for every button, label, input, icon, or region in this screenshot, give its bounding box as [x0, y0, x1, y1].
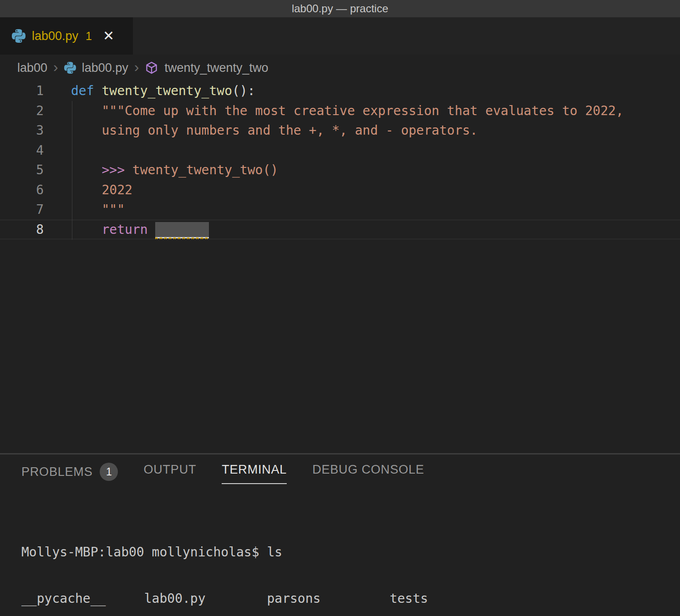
bottom-panel: PROBLEMS 1 OUTPUT TERMINAL DEBUG CONSOLE…	[0, 454, 680, 615]
problems-count-badge: 1	[100, 463, 118, 481]
tab-problems[interactable]: PROBLEMS 1	[21, 463, 118, 488]
breadcrumb-symbol[interactable]: twenty_twenty_two	[164, 61, 268, 75]
code-text: """	[48, 200, 125, 220]
terminal-line: Mollys-MBP:lab00 mollynicholas$ ls	[21, 545, 680, 560]
line-number[interactable]: 8	[0, 220, 48, 239]
editor-lines: 1def twenty_twenty_two():2 """Come up wi…	[0, 81, 680, 239]
editor-tab-strip: lab00.py 1 ✕	[0, 17, 680, 55]
line-number[interactable]: 5	[0, 160, 48, 180]
code-line-4[interactable]: 4	[0, 141, 680, 161]
code-line-5[interactable]: 5 >>> twenty_twenty_two()	[0, 160, 680, 180]
tab-terminal[interactable]: TERMINAL	[222, 463, 287, 484]
code-line-6[interactable]: 6 2022	[0, 180, 680, 200]
breadcrumb-folder[interactable]: lab00	[17, 61, 47, 75]
terminal-line: __pycache__ lab00.py parsons tests	[21, 591, 680, 606]
python-icon	[64, 62, 76, 74]
indent-guide	[72, 101, 72, 240]
code-line-3[interactable]: 3 using only numbers and the +, *, and -…	[0, 121, 680, 141]
code-text	[48, 141, 71, 161]
tab-debug-console-label: DEBUG CONSOLE	[312, 463, 424, 477]
python-icon	[12, 29, 25, 43]
panel-tab-bar: PROBLEMS 1 OUTPUT TERMINAL DEBUG CONSOLE	[0, 454, 680, 488]
tab-problems-label: PROBLEMS	[21, 465, 92, 479]
code-text: def twenty_twenty_two():	[48, 81, 255, 101]
chevron-right-icon: ›	[53, 60, 58, 76]
code-text: >>> twenty_twenty_two()	[48, 160, 278, 180]
line-number[interactable]: 1	[0, 81, 48, 101]
symbol-namespace-icon	[145, 61, 158, 75]
code-line-8[interactable]: 8 return	[0, 220, 680, 240]
window-titlebar: lab00.py — practice	[0, 0, 680, 17]
line-number[interactable]: 2	[0, 101, 48, 121]
tab-output[interactable]: OUTPUT	[143, 463, 196, 484]
line-number[interactable]: 7	[0, 200, 48, 220]
code-text: 2022	[48, 180, 132, 200]
tab-problems-badge: 1	[86, 30, 92, 43]
tab-output-label: OUTPUT	[143, 463, 196, 477]
terminal[interactable]: Mollys-MBP:lab00 mollynicholas$ ls __pyc…	[0, 514, 680, 616]
tab-label: lab00.py	[32, 29, 78, 43]
tab-lab00py[interactable]: lab00.py 1 ✕	[0, 17, 133, 55]
breadcrumb: lab00 › lab00.py › twenty_twenty_two	[0, 55, 680, 81]
close-icon[interactable]: ✕	[103, 29, 114, 43]
code-text: using only numbers and the +, *, and - o…	[48, 121, 477, 141]
line-number[interactable]: 4	[0, 141, 48, 161]
window-title: lab00.py — practice	[292, 2, 388, 15]
code-text: """Come up with the most creative expres…	[48, 101, 624, 121]
code-line-7[interactable]: 7 """	[0, 200, 680, 220]
tab-terminal-label: TERMINAL	[222, 463, 287, 477]
code-line-1[interactable]: 1def twenty_twenty_two():	[0, 81, 680, 101]
breadcrumb-file[interactable]: lab00.py	[82, 61, 128, 75]
code-editor[interactable]: 1def twenty_twenty_two():2 """Come up wi…	[0, 81, 680, 453]
code-line-2[interactable]: 2 """Come up with the most creative expr…	[0, 101, 680, 121]
tab-debug-console[interactable]: DEBUG CONSOLE	[312, 463, 424, 484]
selected-text-warning	[155, 222, 209, 238]
line-number[interactable]: 6	[0, 180, 48, 200]
code-text: return	[48, 220, 209, 239]
line-number[interactable]: 3	[0, 121, 48, 141]
chevron-right-icon: ›	[134, 60, 139, 76]
